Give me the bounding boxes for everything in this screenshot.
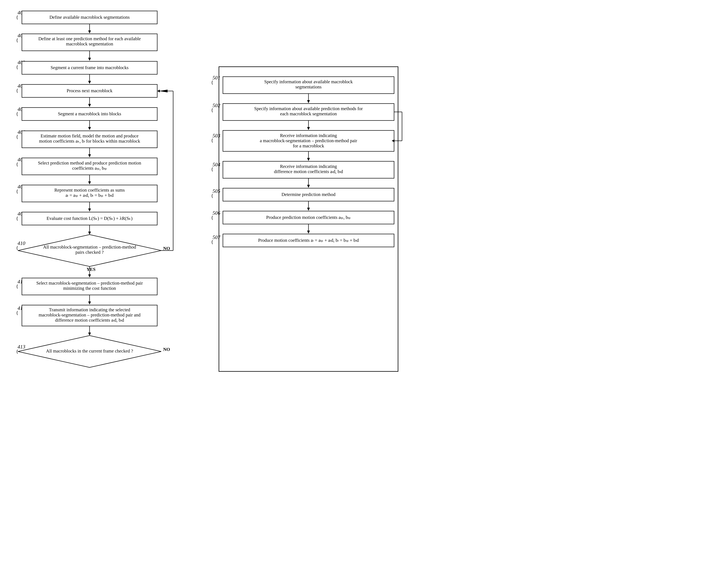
box-507-text: Produce motion coefficients aᵢ = aᵢₚ + a… — [258, 238, 359, 243]
box-412-text2: macroblock-segmentation – prediction-met… — [39, 313, 141, 318]
box-502-text2: each macroblock segmentation — [280, 111, 337, 116]
arrowhead-411-412 — [88, 302, 91, 305]
diamond-413-text: All macroblocks in the current frame che… — [46, 349, 133, 354]
arrowhead-409-410 — [88, 231, 91, 234]
diamond-410-text2: pairs checked ? — [75, 250, 104, 255]
box-408-text1: Represent motion coefficients as sums — [54, 187, 125, 192]
step-502-label: 502 — [213, 103, 220, 108]
arrowhead-412-413 — [88, 333, 91, 336]
step-410-label: 410 — [18, 240, 25, 246]
step-505-label: 505 — [213, 188, 220, 194]
box-502-text1: Specify information about available pred… — [254, 106, 363, 111]
arrowhead-401-402 — [88, 30, 91, 33]
box-407-text1: Select prediction method and produce pre… — [38, 160, 141, 165]
step-501-label: 501 — [213, 75, 220, 81]
box-506-text: Produce prediction motion coefficients a… — [266, 215, 351, 220]
step-503-label: 503 — [213, 133, 220, 139]
box-409-text: Evaluate cost function L(Sₖ) = D(Sₖ) + λ… — [47, 216, 133, 221]
arrowhead-405-406 — [88, 127, 91, 130]
box-411-text2: minimizing the cost function — [63, 286, 116, 291]
box-503-text3: for a macroblock — [293, 143, 324, 148]
step-506-label: 506 — [213, 210, 220, 216]
box-412-text3: difference motion coefficients aᵢd, bᵢd — [55, 318, 124, 323]
arrowhead-410-411 — [88, 274, 91, 277]
box-501-text1: Specify information about available macr… — [264, 79, 353, 84]
box-405-text: Segment a macroblock into blocks — [58, 111, 121, 116]
box-402-text1: Define at least one prediction method fo… — [38, 36, 141, 41]
box-401-text: Define available macroblock segmentation… — [50, 15, 130, 20]
box-505-text: Determine prediction method — [282, 192, 336, 197]
diamond-410-text1: All macroblock-segmentation – prediction… — [43, 244, 136, 249]
arrowhead-404-405 — [88, 104, 91, 107]
box-406-text1: Estimate motion field, model the motion … — [41, 133, 139, 138]
no-label-410: NO — [163, 246, 170, 251]
box-403-text: Segment a current frame into macroblocks — [51, 65, 129, 70]
box-404-text: Process next macroblock — [67, 88, 112, 93]
box-504-text2: difference motion coefficients aᵢd, bᵢd — [274, 169, 343, 174]
box-412-text1: Transmit information indicating the sele… — [49, 307, 130, 312]
step-507-label: 507 — [213, 234, 221, 240]
no-arrowhead-410 — [159, 90, 168, 92]
box-402-text2: macroblock segmentation — [66, 41, 113, 46]
no-label-413: NO — [163, 347, 170, 352]
arrowhead-408-409 — [88, 208, 91, 211]
arrowhead-406-407 — [88, 154, 91, 157]
arrowhead-403-404 — [88, 81, 91, 84]
yes-label-410: YES — [87, 267, 96, 272]
arrowhead-402-403 — [88, 58, 91, 61]
box-503-text2: a macroblock-segmentation – prediction-m… — [260, 138, 357, 143]
box-504-text1: Receive information indicating — [280, 164, 337, 169]
box-407-text2: coefficients aᵢₚ, bᵢₚ — [72, 166, 107, 171]
box-408-text2: aᵢ = aᵢₚ + aᵢd, bᵢ = bᵢₚ + bᵢd — [65, 193, 114, 198]
arrowhead-407-408 — [88, 181, 91, 184]
box-501-text2: segmentations — [295, 84, 322, 89]
box-406-text2: motion coefficients aₖ, bᵢ for blocks wi… — [39, 139, 140, 144]
step-504-label: 504 — [213, 162, 220, 167]
box-411-text1: Select macroblock-segmentation – predict… — [36, 280, 143, 286]
step-413-label: 413 — [18, 344, 25, 350]
box-503-text1: Receive information indicating — [280, 133, 337, 138]
